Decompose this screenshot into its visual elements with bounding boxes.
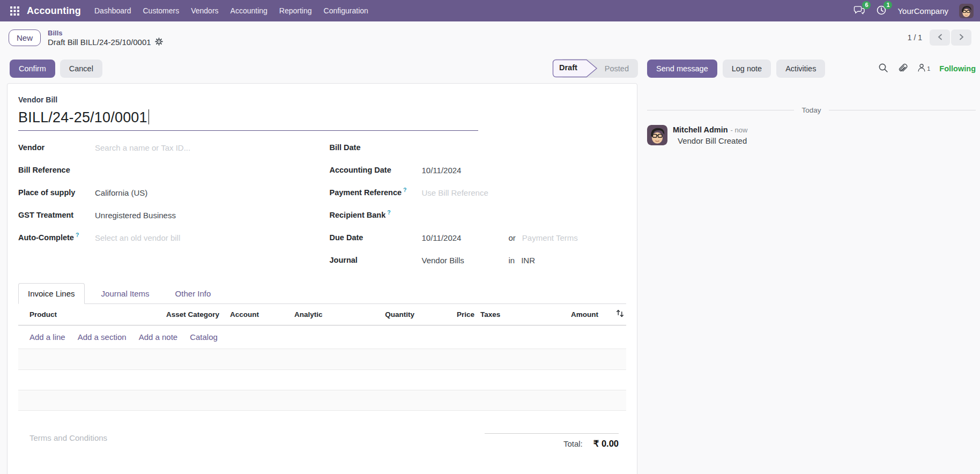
help-icon[interactable]: ? [76,232,79,238]
column-taxes: Taxes [474,310,528,319]
user-avatar[interactable] [959,4,974,18]
field-bill-date: Bill Date [330,136,627,159]
due-date-input[interactable]: 10/11/2024 [422,233,509,242]
menu-accounting[interactable]: Accounting [225,0,273,21]
message-author[interactable]: Mitchell Admin [673,125,728,134]
column-quantity: Quantity [351,310,414,319]
attach-files-button[interactable] [896,62,909,76]
tab-invoice-lines[interactable]: Invoice Lines [18,283,85,304]
activities-menu[interactable]: 1 [876,5,887,17]
user-icon [917,63,926,74]
terms-and-conditions-input[interactable]: Terms and Conditions [29,433,107,442]
search-messages-button[interactable] [877,62,889,76]
messages-menu[interactable]: 6 [853,5,865,17]
field-journal: Journal Vendor Bills in INR [330,249,627,271]
message-body: Vendor Bill Created [673,136,747,145]
chevron-right-icon [959,34,964,42]
message-timestamp: - now [731,126,748,134]
pager-next-button[interactable] [951,29,971,46]
search-icon [878,63,888,75]
cancel-button[interactable]: Cancel [60,60,102,78]
confirm-button[interactable]: Confirm [10,60,55,78]
doc-type-label: Vendor Bill [18,95,626,104]
log-note-button[interactable]: Log note [723,60,771,78]
bill-name-input[interactable]: BILL/24-25/10/0001 [18,108,478,131]
menu-reporting[interactable]: Reporting [273,0,318,21]
optional-columns-icon[interactable] [616,309,624,319]
apps-grid-icon[interactable] [5,0,24,21]
message-avatar[interactable] [647,125,667,145]
chatter: Send message Log note Activities 1 Follo… [639,54,980,145]
add-a-note-link[interactable]: Add a note [139,332,178,342]
place-of-supply-input[interactable]: California (US) [95,188,147,197]
status-draft[interactable]: Draft [552,59,598,78]
main-menu: Dashboard Customers Vendors Accounting R… [88,0,374,21]
help-icon[interactable]: ? [403,187,406,193]
chatter-message: Mitchell Admin - now Vendor Bill Created [647,125,976,145]
tab-journal-items[interactable]: Journal Items [92,284,159,303]
totals-block: Total: ₹ 0.00 [485,433,619,449]
vendor-input[interactable]: Search a name or Tax ID... [95,143,190,152]
field-bill-reference: Bill Reference [18,159,315,181]
followers-count: 1 [927,65,930,72]
column-asset-category: Asset Category [166,310,230,319]
catalog-link[interactable]: Catalog [190,332,218,342]
send-message-button[interactable]: Send message [647,60,717,78]
pager: 1 / 1 [908,29,971,46]
text-cursor [149,109,150,124]
column-account: Account [230,310,294,319]
field-due-date: Due Date 10/11/2024 or Payment Terms [330,226,627,249]
column-price: Price [414,310,474,319]
empty-table-row [18,390,626,410]
field-place-of-supply: Place of supply California (US) [18,181,315,204]
menu-dashboard[interactable]: Dashboard [88,0,137,21]
form-action-bar: Confirm Cancel Posted Draft [0,54,639,83]
journal-input[interactable]: Vendor Bills [422,256,509,265]
field-vendor: Vendor Search a name or Tax ID... [18,136,315,159]
currency-input[interactable]: INR [521,256,535,265]
activities-badge: 1 [884,1,892,9]
help-icon[interactable]: ? [387,209,390,216]
menu-configuration[interactable]: Configuration [318,0,374,21]
field-gst-treatment: GST Treatment Unregistered Business [18,204,315,226]
menu-vendors[interactable]: Vendors [185,0,224,21]
breadcrumb: Bills Draft Bill BILL/24-25/10/0001 [48,29,163,47]
in-label: in [509,256,515,265]
empty-table-row [18,369,626,390]
following-toggle[interactable]: Following [939,64,976,73]
menu-customers[interactable]: Customers [137,0,185,21]
payment-reference-input[interactable]: Use Bill Reference [422,188,488,197]
accounting-date-input[interactable]: 10/11/2024 [422,166,462,175]
add-a-line-link[interactable]: Add a line [29,332,65,342]
notebook-tabs: Invoice Lines Journal Items Other Info [18,283,626,304]
pager-previous-button[interactable] [930,29,950,46]
new-button[interactable]: New [9,29,41,46]
column-amount: Amount [528,310,598,319]
followers-button[interactable]: 1 [916,62,931,75]
company-switcher[interactable]: YourCompany [897,6,948,16]
column-product: Product [18,310,166,319]
total-value: ₹ 0.00 [593,439,619,449]
tab-other-info[interactable]: Other Info [166,284,220,303]
add-a-section-link[interactable]: Add a section [78,332,127,342]
auto-complete-input[interactable]: Select an old vendor bill [95,233,180,242]
field-recipient-bank: Recipient Bank? [330,204,627,226]
app-brand[interactable]: Accounting [27,5,81,17]
field-auto-complete: Auto-Complete? Select an old vendor bill [18,226,315,249]
gst-treatment-input[interactable]: Unregistered Business [95,211,176,220]
empty-table-row [18,410,626,428]
gear-icon[interactable] [155,38,163,47]
or-label: or [509,233,516,242]
payment-terms-input[interactable]: Payment Terms [522,233,578,242]
statusbar: Posted Draft [552,59,638,78]
form-sheet: Vendor Bill BILL/24-25/10/0001 Vendor Se… [7,83,637,474]
chatter-action-bar: Send message Log note Activities 1 Follo… [647,54,976,83]
column-analytic: Analytic [294,310,351,319]
chevron-left-icon [937,34,943,42]
total-label: Total: [563,439,583,448]
control-panel: New Bills Draft Bill BILL/24-25/10/0001 … [0,21,980,54]
top-navbar: Accounting Dashboard Customers Vendors A… [0,0,980,21]
breadcrumb-bills-link[interactable]: Bills [48,29,163,37]
activities-button[interactable]: Activities [776,60,825,78]
empty-table-row [18,349,626,369]
